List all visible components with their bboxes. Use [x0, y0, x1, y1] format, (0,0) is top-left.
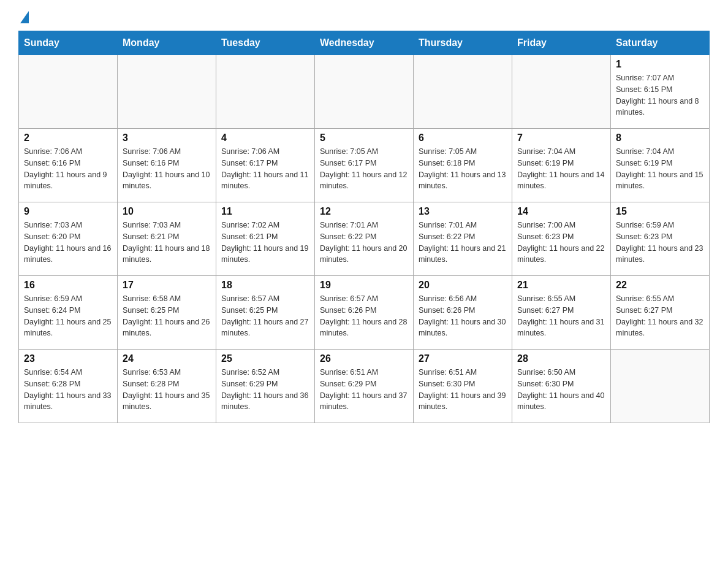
calendar-cell: 27Sunrise: 6:51 AMSunset: 6:30 PMDayligh… [414, 350, 512, 423]
calendar-cell: 25Sunrise: 6:52 AMSunset: 6:29 PMDayligh… [216, 350, 315, 423]
day-info: Sunrise: 6:54 AMSunset: 6:28 PMDaylight:… [24, 367, 112, 413]
calendar-cell: 22Sunrise: 6:55 AMSunset: 6:27 PMDayligh… [611, 276, 710, 350]
calendar-table: SundayMondayTuesdayWednesdayThursdayFrid… [18, 31, 710, 423]
day-info: Sunrise: 7:02 AMSunset: 6:21 PMDaylight:… [221, 220, 309, 266]
calendar-cell [512, 55, 611, 129]
day-number: 21 [517, 280, 605, 291]
day-number: 12 [320, 206, 408, 217]
day-info: Sunrise: 7:06 AMSunset: 6:16 PMDaylight:… [123, 146, 211, 192]
calendar-cell: 10Sunrise: 7:03 AMSunset: 6:21 PMDayligh… [118, 202, 216, 276]
calendar-cell: 13Sunrise: 7:01 AMSunset: 6:22 PMDayligh… [414, 202, 512, 276]
day-number: 24 [123, 353, 211, 364]
day-info: Sunrise: 7:01 AMSunset: 6:22 PMDaylight:… [320, 220, 408, 266]
calendar-cell: 5Sunrise: 7:05 AMSunset: 6:17 PMDaylight… [315, 129, 414, 202]
day-number: 26 [320, 353, 408, 364]
day-info: Sunrise: 6:55 AMSunset: 6:27 PMDaylight:… [517, 293, 605, 339]
calendar-week-3: 9Sunrise: 7:03 AMSunset: 6:20 PMDaylight… [19, 202, 710, 276]
day-number: 27 [419, 353, 507, 364]
calendar-cell: 15Sunrise: 6:59 AMSunset: 6:23 PMDayligh… [611, 202, 710, 276]
calendar-cell: 8Sunrise: 7:04 AMSunset: 6:19 PMDaylight… [611, 129, 710, 202]
day-info: Sunrise: 6:51 AMSunset: 6:29 PMDaylight:… [320, 367, 408, 413]
day-info: Sunrise: 6:57 AMSunset: 6:26 PMDaylight:… [320, 293, 408, 339]
calendar-cell [118, 55, 216, 129]
logo [18, 12, 29, 25]
calendar-cell: 24Sunrise: 6:53 AMSunset: 6:28 PMDayligh… [118, 350, 216, 423]
logo-arrow-icon [20, 11, 29, 23]
calendar-cell: 19Sunrise: 6:57 AMSunset: 6:26 PMDayligh… [315, 276, 414, 350]
calendar-cell: 3Sunrise: 7:06 AMSunset: 6:16 PMDaylight… [118, 129, 216, 202]
calendar-cell [216, 55, 315, 129]
calendar-cell: 20Sunrise: 6:56 AMSunset: 6:26 PMDayligh… [414, 276, 512, 350]
day-number: 1 [616, 59, 704, 70]
weekday-header-thursday: Thursday [414, 31, 512, 55]
weekday-header-tuesday: Tuesday [216, 31, 315, 55]
day-info: Sunrise: 7:05 AMSunset: 6:18 PMDaylight:… [419, 146, 507, 192]
calendar-cell: 26Sunrise: 6:51 AMSunset: 6:29 PMDayligh… [315, 350, 414, 423]
day-info: Sunrise: 7:03 AMSunset: 6:20 PMDaylight:… [24, 220, 112, 266]
calendar-cell: 18Sunrise: 6:57 AMSunset: 6:25 PMDayligh… [216, 276, 315, 350]
day-number: 2 [24, 132, 112, 144]
day-number: 17 [123, 280, 211, 291]
calendar-cell: 23Sunrise: 6:54 AMSunset: 6:28 PMDayligh… [19, 350, 118, 423]
calendar-cell: 6Sunrise: 7:05 AMSunset: 6:18 PMDaylight… [414, 129, 512, 202]
day-number: 19 [320, 280, 408, 291]
day-info: Sunrise: 6:50 AMSunset: 6:30 PMDaylight:… [517, 367, 605, 413]
day-info: Sunrise: 6:55 AMSunset: 6:27 PMDaylight:… [616, 293, 704, 339]
day-number: 5 [320, 132, 408, 144]
page-header [18, 12, 710, 25]
day-info: Sunrise: 6:59 AMSunset: 6:23 PMDaylight:… [616, 220, 704, 266]
day-info: Sunrise: 7:00 AMSunset: 6:23 PMDaylight:… [517, 220, 605, 266]
day-info: Sunrise: 7:06 AMSunset: 6:17 PMDaylight:… [221, 146, 309, 192]
day-number: 18 [221, 280, 309, 291]
day-number: 28 [517, 353, 605, 364]
calendar-week-1: 1Sunrise: 7:07 AMSunset: 6:15 PMDaylight… [19, 55, 710, 129]
calendar-cell: 9Sunrise: 7:03 AMSunset: 6:20 PMDaylight… [19, 202, 118, 276]
day-number: 14 [517, 206, 605, 217]
weekday-header-monday: Monday [118, 31, 216, 55]
weekday-header-saturday: Saturday [611, 31, 710, 55]
day-number: 3 [123, 132, 211, 144]
calendar-cell: 12Sunrise: 7:01 AMSunset: 6:22 PMDayligh… [315, 202, 414, 276]
day-info: Sunrise: 7:07 AMSunset: 6:15 PMDaylight:… [616, 72, 704, 118]
day-number: 8 [616, 132, 704, 144]
day-number: 13 [419, 206, 507, 217]
calendar-cell [315, 55, 414, 129]
weekday-header-wednesday: Wednesday [315, 31, 414, 55]
day-info: Sunrise: 7:01 AMSunset: 6:22 PMDaylight:… [419, 220, 507, 266]
day-number: 7 [517, 132, 605, 144]
calendar-cell: 17Sunrise: 6:58 AMSunset: 6:25 PMDayligh… [118, 276, 216, 350]
day-number: 9 [24, 206, 112, 217]
calendar-cell: 4Sunrise: 7:06 AMSunset: 6:17 PMDaylight… [216, 129, 315, 202]
day-number: 20 [419, 280, 507, 291]
day-info: Sunrise: 7:04 AMSunset: 6:19 PMDaylight:… [517, 146, 605, 192]
day-number: 11 [221, 206, 309, 217]
day-number: 6 [419, 132, 507, 144]
weekday-header-row: SundayMondayTuesdayWednesdayThursdayFrid… [19, 31, 710, 55]
day-number: 22 [616, 280, 704, 291]
calendar-cell [611, 350, 710, 423]
day-info: Sunrise: 7:03 AMSunset: 6:21 PMDaylight:… [123, 220, 211, 266]
day-info: Sunrise: 6:57 AMSunset: 6:25 PMDaylight:… [221, 293, 309, 339]
calendar-cell: 16Sunrise: 6:59 AMSunset: 6:24 PMDayligh… [19, 276, 118, 350]
day-number: 23 [24, 353, 112, 364]
day-number: 15 [616, 206, 704, 217]
calendar-cell: 28Sunrise: 6:50 AMSunset: 6:30 PMDayligh… [512, 350, 611, 423]
day-number: 4 [221, 132, 309, 144]
calendar-week-2: 2Sunrise: 7:06 AMSunset: 6:16 PMDaylight… [19, 129, 710, 202]
day-info: Sunrise: 7:05 AMSunset: 6:17 PMDaylight:… [320, 146, 408, 192]
calendar-week-5: 23Sunrise: 6:54 AMSunset: 6:28 PMDayligh… [19, 350, 710, 423]
day-info: Sunrise: 6:52 AMSunset: 6:29 PMDaylight:… [221, 367, 309, 413]
calendar-cell: 2Sunrise: 7:06 AMSunset: 6:16 PMDaylight… [19, 129, 118, 202]
day-info: Sunrise: 7:04 AMSunset: 6:19 PMDaylight:… [616, 146, 704, 192]
day-number: 25 [221, 353, 309, 364]
day-info: Sunrise: 6:56 AMSunset: 6:26 PMDaylight:… [419, 293, 507, 339]
calendar-cell: 7Sunrise: 7:04 AMSunset: 6:19 PMDaylight… [512, 129, 611, 202]
day-info: Sunrise: 6:59 AMSunset: 6:24 PMDaylight:… [24, 293, 112, 339]
day-info: Sunrise: 6:51 AMSunset: 6:30 PMDaylight:… [419, 367, 507, 413]
weekday-header-friday: Friday [512, 31, 611, 55]
calendar-cell: 1Sunrise: 7:07 AMSunset: 6:15 PMDaylight… [611, 55, 710, 129]
day-info: Sunrise: 6:58 AMSunset: 6:25 PMDaylight:… [123, 293, 211, 339]
weekday-header-sunday: Sunday [19, 31, 118, 55]
day-info: Sunrise: 7:06 AMSunset: 6:16 PMDaylight:… [24, 146, 112, 192]
day-number: 16 [24, 280, 112, 291]
